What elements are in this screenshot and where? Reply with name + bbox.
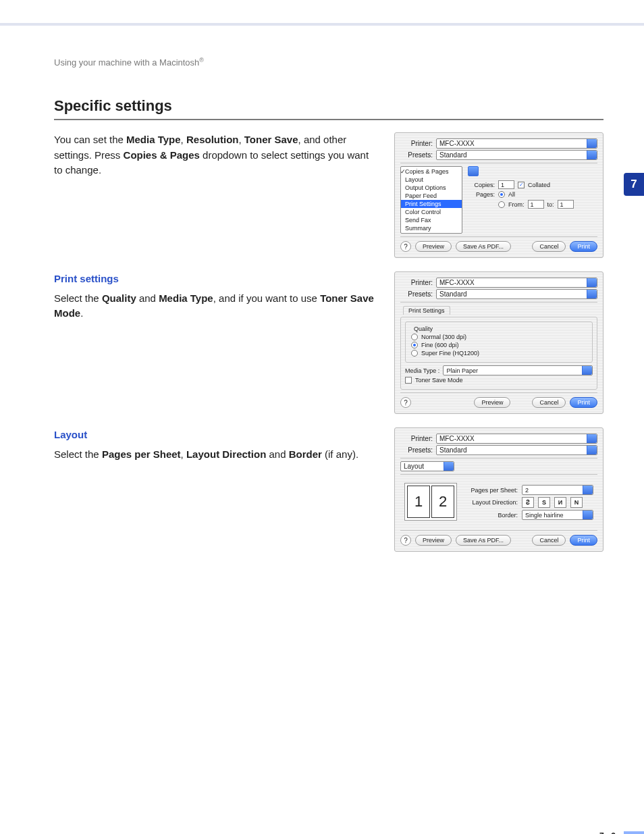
print-dialog-settings: Printer: MFC-XXXX Presets: Standard Prin…	[394, 271, 603, 414]
from-input[interactable]: 1	[528, 200, 544, 209]
quality-fine-radio[interactable]	[411, 342, 418, 348]
layout-preview: 1 2	[404, 483, 457, 521]
section-select-icon[interactable]	[468, 166, 479, 176]
printer-select[interactable]: MFC-XXXX	[436, 278, 597, 288]
menu-paper-feed[interactable]: Paper Feed	[401, 192, 462, 200]
pages-all-radio[interactable]	[498, 191, 505, 198]
preview-button[interactable]: Preview	[415, 241, 452, 252]
page-title: Specific settings	[54, 97, 603, 115]
border-label: Border:	[465, 512, 518, 519]
media-type-select[interactable]: Plain Paper	[443, 365, 593, 375]
direction-2-button[interactable]: S	[538, 497, 550, 508]
save-as-pdf-button[interactable]: Save As PDF...	[456, 535, 511, 546]
print-button[interactable]: Print	[570, 397, 597, 408]
print-dialog-copies: Printer: MFC-XXXX Presets: Standard Copi…	[394, 132, 603, 258]
menu-output-options[interactable]: Output Options	[401, 184, 462, 192]
to-input[interactable]: 1	[558, 200, 574, 209]
preview-button[interactable]: Preview	[415, 535, 452, 546]
chapter-tab: 7	[624, 173, 644, 196]
presets-select[interactable]: Standard	[436, 289, 597, 299]
section-select[interactable]: Layout	[400, 461, 454, 471]
collated-checkbox[interactable]	[518, 182, 525, 188]
direction-3-button[interactable]: И	[554, 497, 566, 508]
preview-page-1: 1	[407, 486, 430, 518]
cancel-button[interactable]: Cancel	[532, 397, 566, 408]
layout-heading: Layout	[54, 427, 378, 443]
toner-save-checkbox[interactable]	[405, 377, 412, 384]
presets-select[interactable]: Standard	[436, 150, 597, 160]
printer-label: Printer:	[400, 140, 433, 147]
menu-summary[interactable]: Summary	[401, 224, 462, 232]
copies-input[interactable]: 1	[498, 180, 514, 189]
help-button[interactable]: ?	[400, 535, 411, 546]
quality-normal-radio[interactable]	[411, 334, 418, 340]
intro-paragraph: You can set the Media Type, Resolution, …	[54, 132, 378, 258]
pages-from-radio[interactable]	[498, 201, 505, 208]
media-type-label: Media Type :	[405, 367, 439, 374]
toner-save-label: Toner Save Mode	[415, 377, 463, 384]
menu-layout[interactable]: Layout	[401, 176, 462, 184]
direction-label: Layout Direction:	[465, 499, 518, 506]
direction-1-button[interactable]: Ƨ	[522, 497, 534, 508]
settings-menu[interactable]: Copies & Pages Layout Output Options Pap…	[400, 166, 462, 234]
cancel-button[interactable]: Cancel	[532, 241, 566, 252]
menu-copies-pages[interactable]: Copies & Pages	[401, 167, 462, 176]
help-button[interactable]: ?	[400, 241, 411, 252]
print-button[interactable]: Print	[570, 535, 597, 546]
cancel-button[interactable]: Cancel	[532, 535, 566, 546]
quality-super-radio[interactable]	[411, 350, 418, 357]
direction-4-button[interactable]: N	[570, 497, 583, 508]
save-as-pdf-button[interactable]: Save As PDF...	[456, 241, 511, 252]
preview-page-2: 2	[431, 486, 454, 518]
pps-select[interactable]: 2	[522, 485, 593, 495]
help-button[interactable]: ?	[400, 397, 411, 408]
breadcrumb: Using your machine with a Macintosh®	[54, 57, 603, 68]
pages-label: Pages:	[468, 191, 495, 198]
print-dialog-layout: Printer: MFC-XXXX Presets: Standard Layo…	[394, 427, 603, 552]
presets-label: Presets:	[400, 151, 433, 159]
from-label: From:	[508, 201, 525, 208]
copies-label: Copies:	[468, 182, 495, 188]
collated-label: Collated	[528, 182, 550, 188]
registered-mark: ®	[199, 57, 204, 63]
pages-all-label: All	[508, 191, 515, 198]
pps-label: Pages per Sheet:	[465, 487, 518, 494]
presets-select[interactable]: Standard	[436, 445, 597, 455]
menu-print-settings[interactable]: Print Settings	[401, 200, 462, 208]
preview-button[interactable]: Preview	[474, 397, 510, 408]
page-number-accent	[624, 831, 644, 834]
tab-print-settings: Print Settings	[403, 306, 450, 315]
border-select[interactable]: Single hairline	[522, 510, 593, 520]
to-label: to:	[547, 201, 554, 208]
printer-select[interactable]: MFC-XXXX	[436, 138, 597, 149]
menu-color-control[interactable]: Color Control	[401, 208, 462, 216]
menu-send-fax[interactable]: Send Fax	[401, 216, 462, 224]
quality-legend: Quality	[411, 325, 435, 332]
print-button[interactable]: Print	[570, 241, 597, 252]
printer-select[interactable]: MFC-XXXX	[436, 434, 597, 444]
breadcrumb-text: Using your machine with a Macintosh	[54, 57, 199, 68]
print-settings-heading: Print settings	[54, 271, 378, 287]
page-number: 7 - 3	[599, 831, 616, 834]
